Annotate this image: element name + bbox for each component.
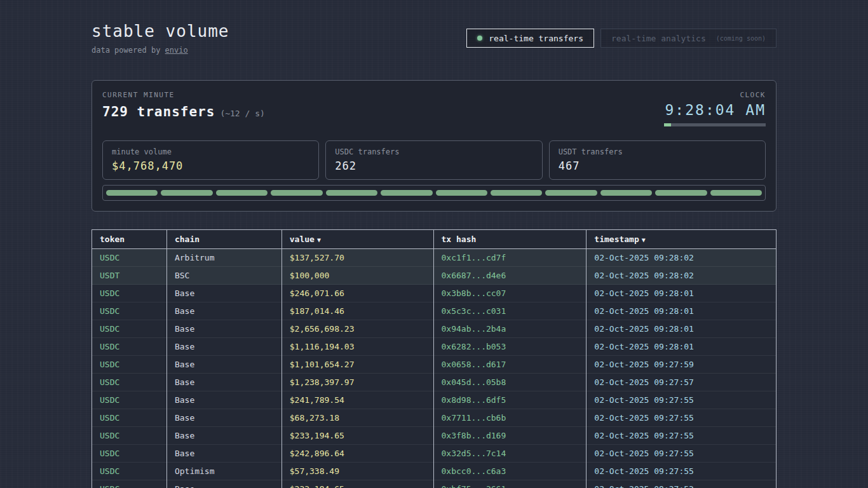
activity-segment (710, 190, 762, 196)
timestamp-cell: 02-Oct-2025 09:28:01 (587, 338, 776, 356)
tx-hash-link[interactable]: 0x0658...d617 (433, 356, 587, 374)
chain-cell: Base (166, 427, 281, 445)
value-cell: $242,896.64 (281, 445, 433, 463)
value-cell: $187,014.46 (281, 302, 433, 320)
token-cell: USDT (92, 267, 167, 285)
activity-segment (216, 190, 268, 196)
activity-segment (381, 190, 432, 196)
col-header-chain: chain (166, 230, 281, 249)
token-cell: USDC (92, 249, 167, 267)
value-cell: $1,101,654.27 (281, 356, 433, 374)
tx-hash-link[interactable]: 0xc1f1...cd7f (433, 249, 587, 267)
token-cell: USDC (92, 463, 167, 480)
value-cell: $1,116,194.03 (281, 338, 433, 356)
token-cell: USDC (92, 338, 167, 356)
table-row: USDC Base $68,273.18 0x7711...cb6b 02-Oc… (92, 409, 776, 427)
table-row: USDC Base $1,116,194.03 0x6282...b053 02… (92, 338, 776, 356)
table-row: USDC Base $1,101,654.27 0x0658...d617 02… (92, 356, 776, 374)
tx-hash-link[interactable]: 0x32d5...7c14 (433, 445, 587, 463)
tx-hash-link[interactable]: 0x8d98...6df5 (433, 391, 587, 409)
tx-hash-link[interactable]: 0xbcc0...c6a3 (433, 463, 587, 480)
timestamp-cell: 02-Oct-2025 09:27:55 (587, 445, 776, 463)
value-cell: $233,194.65 (281, 480, 433, 488)
activity-segment (600, 190, 652, 196)
token-cell: USDC (92, 285, 167, 302)
view-tabs: real-time transfers real-time analytics … (466, 29, 776, 48)
activity-segment (161, 190, 212, 196)
col-header-tx-hash: tx hash (433, 230, 587, 249)
table-row: USDC Base $242,896.64 0x32d5...7c14 02-O… (92, 445, 776, 463)
live-dot-icon (477, 36, 482, 41)
activity-segment (436, 190, 487, 196)
token-cell: USDC (92, 480, 167, 488)
timestamp-cell: 02-Oct-2025 09:27:55 (587, 409, 776, 427)
token-cell: USDC (92, 427, 167, 445)
col-header-timestamp[interactable]: timestamp▼ (587, 230, 776, 249)
value-cell: $241,789.54 (281, 391, 433, 409)
stat-mini-cards: minute volume $4,768,470 USDC transfers … (102, 140, 766, 180)
chain-cell: Base (166, 445, 281, 463)
activity-segment (545, 190, 597, 196)
timestamp-cell: 02-Oct-2025 09:28:02 (587, 267, 776, 285)
transfers-table: token chain value▼ tx hash timestamp▼ US… (92, 229, 776, 488)
chain-cell: Base (166, 285, 281, 302)
value-cell: $246,071.66 (281, 285, 433, 302)
tx-hash-link[interactable]: 0x6282...b053 (433, 338, 587, 356)
table-row: USDC Base $2,656,698.23 0x94ab...2b4a 02… (92, 320, 776, 338)
usdt-transfers-value: 467 (559, 159, 756, 172)
envio-link[interactable]: envio (165, 46, 188, 55)
minute-progress-bar (664, 123, 766, 126)
value-cell: $1,238,397.97 (281, 374, 433, 391)
tx-hash-link[interactable]: 0x5c3c...c031 (433, 302, 587, 320)
usdc-transfers-card: USDC transfers 262 (325, 140, 542, 180)
tab-realtime-analytics[interactable]: real-time analytics (coming soon) (600, 29, 776, 48)
minute-volume-card: minute volume $4,768,470 (102, 140, 319, 180)
table-row: USDT BSC $100,000 0x6687...d4e6 02-Oct-2… (92, 267, 776, 285)
token-cell: USDC (92, 320, 167, 338)
title-block: stable volume data powered by envio (92, 22, 229, 55)
tab-transfers-label: real-time transfers (489, 34, 583, 43)
token-cell: USDC (92, 409, 167, 427)
transfers-line: 729 transfers (~12 / s) (102, 104, 265, 119)
tx-hash-link[interactable]: 0x94ab...2b4a (433, 320, 587, 338)
col-header-value[interactable]: value▼ (281, 230, 433, 249)
timestamp-cell: 02-Oct-2025 09:27:55 (587, 427, 776, 445)
tx-hash-link[interactable]: 0xbf75...3661 (433, 480, 587, 488)
current-minute-panel: CURRENT MINUTE 729 transfers (~12 / s) C… (92, 80, 776, 212)
token-cell: USDC (92, 356, 167, 374)
timestamp-cell: 02-Oct-2025 09:28:02 (587, 249, 776, 267)
transfers-count: 729 transfers (102, 104, 215, 119)
value-cell: $233,194.65 (281, 427, 433, 445)
page-header: stable volume data powered by envio real… (92, 22, 776, 55)
table-row: USDC Base $1,238,397.97 0x045d...05b8 02… (92, 374, 776, 391)
transfers-rate: (~12 / s) (220, 109, 264, 118)
chain-cell: Arbitrum (166, 249, 281, 267)
clock-time: 9:28:04 AM (664, 102, 766, 118)
transfers-summary: CURRENT MINUTE 729 transfers (~12 / s) (102, 91, 265, 119)
tx-hash-link[interactable]: 0x6687...d4e6 (433, 267, 587, 285)
tx-hash-link[interactable]: 0x7711...cb6b (433, 409, 587, 427)
table-row: USDC Arbitrum $137,527.70 0xc1f1...cd7f … (92, 249, 776, 267)
usdc-transfers-value: 262 (335, 159, 532, 172)
tab-realtime-transfers[interactable]: real-time transfers (466, 29, 594, 48)
minute-progress-fill (664, 123, 671, 126)
token-cell: USDC (92, 302, 167, 320)
timestamp-cell: 02-Oct-2025 09:28:01 (587, 302, 776, 320)
chain-cell: Base (166, 338, 281, 356)
tx-hash-link[interactable]: 0x045d...05b8 (433, 374, 587, 391)
timestamp-cell: 02-Oct-2025 09:27:57 (587, 374, 776, 391)
table-row: USDC Base $246,071.66 0x3b8b...cc07 02-O… (92, 285, 776, 302)
token-cell: USDC (92, 374, 167, 391)
tx-hash-link[interactable]: 0x3b8b...cc07 (433, 285, 587, 302)
coming-soon-badge: (coming soon) (716, 35, 766, 42)
chain-cell: Base (166, 480, 281, 488)
chain-cell: Base (166, 320, 281, 338)
table-row: USDC Base $187,014.46 0x5c3c...c031 02-O… (92, 302, 776, 320)
value-cell: $68,273.18 (281, 409, 433, 427)
tab-analytics-label: real-time analytics (611, 34, 706, 43)
value-cell: $137,527.70 (281, 249, 433, 267)
table-row: USDC Base $233,194.65 0xbf75...3661 02-O… (92, 480, 776, 488)
tx-hash-link[interactable]: 0x3f8b...d169 (433, 427, 587, 445)
col-header-token: token (92, 230, 167, 249)
activity-segment (271, 190, 322, 196)
